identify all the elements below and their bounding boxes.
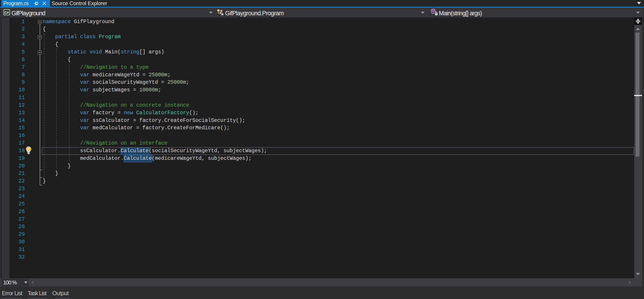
- svg-text:C#: C#: [4, 11, 9, 14]
